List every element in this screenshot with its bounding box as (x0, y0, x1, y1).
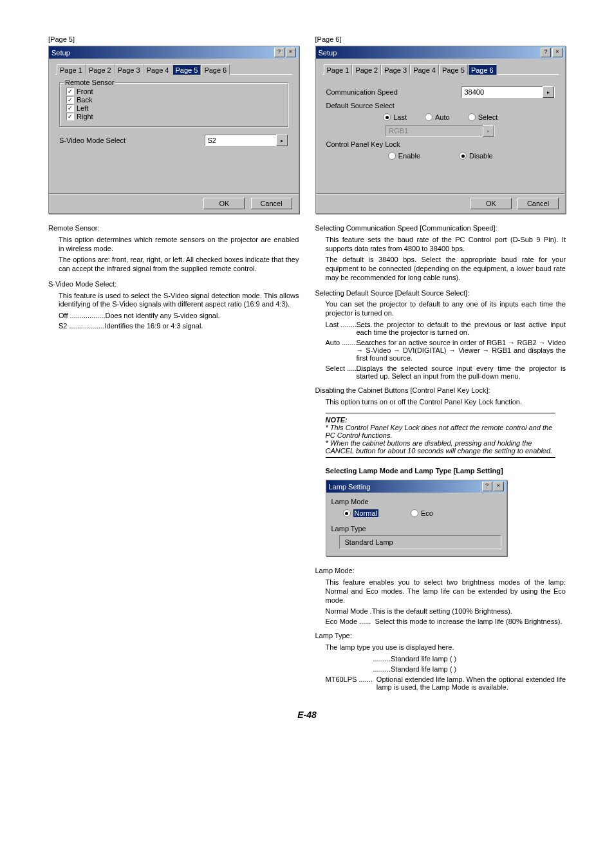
checkbox-right-label: Right (77, 113, 93, 120)
tab-page4[interactable]: Page 4 (410, 64, 439, 75)
button-bar: OK Cancel (49, 193, 299, 213)
svideo-off-def: Off .................. Does not identify… (59, 312, 299, 319)
comm-speed-p1: This feature sets the baud rate of the P… (326, 236, 566, 254)
dropdown-arrow-icon[interactable]: ▸ (276, 135, 288, 146)
default-source-combo[interactable]: RGB1 ▸ (386, 125, 495, 137)
keylock-heading: Disabling the Cabinet Buttons [Control P… (315, 386, 566, 395)
two-column-layout: [Page 5] Setup ? × Page 1 Page 2 Page 3 … (48, 35, 566, 693)
def-lamp-row2: ......... Standard life lamp ( ) (373, 665, 566, 673)
keylock-label-row: Control Panel Key Lock (326, 140, 555, 148)
tab-page5[interactable]: Page 5 (439, 64, 468, 75)
lamp-mode-p1: This feature enables you to select two b… (326, 578, 566, 605)
button-bar: OK Cancel (316, 193, 566, 213)
lamp-type-box: Standard Lamp (339, 535, 501, 549)
dialog-titlebar: Setup ? × (316, 46, 566, 59)
svideo-row: S-Video Mode Select S2 ▸ (59, 135, 288, 146)
radio-disable-label: Disable (469, 152, 493, 160)
lamp-type-label: Lamp Type (331, 525, 501, 533)
def-eco-mode: Eco Mode ...... Select this mode to incr… (326, 618, 566, 625)
dropdown-arrow-icon[interactable]: ▸ (543, 86, 554, 98)
radio-enable[interactable] (388, 152, 396, 160)
radio-select-label: Select (478, 113, 498, 121)
cancel-button[interactable]: Cancel (251, 198, 292, 209)
lamp-mode-heading: Lamp Mode: (315, 567, 566, 576)
tab-page6[interactable]: Page 6 (468, 64, 497, 75)
checkbox-front[interactable]: ✓ (66, 88, 74, 95)
ok-button[interactable]: OK (470, 198, 512, 209)
checkbox-left[interactable]: ✓ (66, 104, 74, 112)
radio-auto[interactable] (425, 113, 433, 121)
comm-speed-combo[interactable]: 38400 ▸ (461, 86, 555, 98)
note-title: NOTE: (326, 416, 556, 424)
checkbox-back-label: Back (77, 96, 92, 104)
radio-last[interactable] (383, 113, 391, 121)
def-select: Select ............. Displays the select… (326, 364, 566, 380)
def-last: Last ................ Sets the projector… (326, 321, 566, 336)
def-normal-mode: Normal Mode . This is the default settin… (326, 607, 566, 615)
radio-normal[interactable] (343, 509, 351, 517)
checkbox-left-label: Left (77, 104, 88, 112)
dialog-body: Lamp Mode Normal Eco Lamp Type Standard … (326, 493, 507, 556)
close-icon[interactable]: × (286, 48, 296, 57)
svideo-s2-def: S2 .................. Identifies the 16:… (59, 322, 299, 330)
remote-sensor-heading: Remote Sensor: (48, 224, 299, 233)
default-source-label: Default Source Select (326, 102, 395, 109)
close-icon[interactable]: × (494, 482, 504, 491)
note-line1: * This Control Panel Key Lock does not a… (326, 424, 556, 439)
tab-page5[interactable]: Page 5 (172, 64, 201, 75)
lamp-setting-dialog: Lamp Setting ? × Lamp Mode Normal Eco La… (326, 480, 507, 556)
note-line2: * When the cabinet buttons are disabled,… (326, 439, 556, 455)
default-source-definitions: Last ................ Sets the projector… (315, 321, 566, 380)
remote-sensor-p1: This option determines which remote sens… (59, 236, 299, 254)
tab-page1[interactable]: Page 1 (57, 64, 86, 75)
remote-sensor-group: Remote Sensor ✓Front ✓Back ✓Left ✓Right (59, 82, 288, 127)
radio-normal-label: Normal (353, 509, 378, 517)
tab-page3[interactable]: Page 3 (115, 64, 144, 75)
svideo-value: S2 (205, 137, 276, 144)
page6-tag: [Page 6] (315, 35, 566, 43)
checkbox-front-label: Front (77, 88, 93, 95)
help-icon[interactable]: ? (482, 482, 492, 491)
tab-page3[interactable]: Page 3 (381, 64, 410, 75)
radio-disable[interactable] (459, 152, 467, 160)
tab-page1[interactable]: Page 1 (324, 64, 353, 75)
radio-last-label: Last (393, 113, 407, 121)
tabs: Page 1 Page 2 Page 3 Page 4 Page 5 Page … (322, 64, 559, 75)
remote-sensor-p2: The options are: front, rear, right, or … (59, 256, 299, 274)
dialog-body: Page 1 Page 2 Page 3 Page 4 Page 5 Page … (316, 59, 566, 193)
close-icon[interactable]: × (552, 48, 563, 57)
dropdown-arrow-icon[interactable]: ▸ (483, 125, 494, 137)
page5-tag: [Page 5] (48, 35, 299, 43)
radio-select[interactable] (468, 113, 476, 121)
setup-dialog-page5: Setup ? × Page 1 Page 2 Page 3 Page 4 Pa… (48, 46, 299, 214)
checkbox-back[interactable]: ✓ (66, 96, 74, 104)
default-source-label-row: Default Source Select (326, 102, 555, 109)
comm-speed-label: Communication Speed (326, 88, 455, 96)
help-icon[interactable]: ? (274, 48, 284, 57)
tab-page6[interactable]: Page 6 (201, 64, 230, 75)
lamp-type-value: Standard Lamp (345, 538, 393, 546)
keylock-radios: Enable Disable (326, 152, 555, 160)
def-lamp-mt60lps: MT60LPS ....... Optional extended life l… (326, 675, 566, 691)
def-auto: Auto ............... Searches for an act… (326, 339, 566, 362)
radio-auto-label: Auto (435, 113, 450, 121)
lamp-mode-radios: Normal Eco (343, 509, 501, 517)
dialog-titlebar: Setup ? × (49, 46, 299, 59)
svideo-combo[interactable]: S2 ▸ (205, 135, 288, 146)
ok-button[interactable]: OK (203, 198, 245, 209)
dialog-body: Page 1 Page 2 Page 3 Page 4 Page 5 Page … (49, 59, 299, 193)
help-icon[interactable]: ? (541, 48, 551, 57)
radio-eco[interactable] (411, 509, 418, 517)
lamp-heading: Selecting Lamp Mode and Lamp Type [Lamp … (326, 467, 566, 475)
tab-page2[interactable]: Page 2 (86, 64, 115, 75)
cancel-button[interactable]: Cancel (517, 198, 559, 209)
default-source-heading: Selecting Default Source [Default Source… (315, 289, 566, 298)
tab-page2[interactable]: Page 2 (352, 64, 381, 75)
checkbox-right[interactable]: ✓ (66, 113, 74, 120)
keylock-label: Control Panel Key Lock (326, 140, 400, 148)
tab-page4[interactable]: Page 4 (144, 64, 172, 75)
tabs: Page 1 Page 2 Page 3 Page 4 Page 5 Page … (55, 64, 292, 75)
svideo-heading: S-Video Mode Select: (48, 280, 299, 289)
svideo-p1: This feature is used to select the S-Vid… (59, 292, 299, 310)
dialog-title-text: Lamp Setting (329, 483, 371, 491)
